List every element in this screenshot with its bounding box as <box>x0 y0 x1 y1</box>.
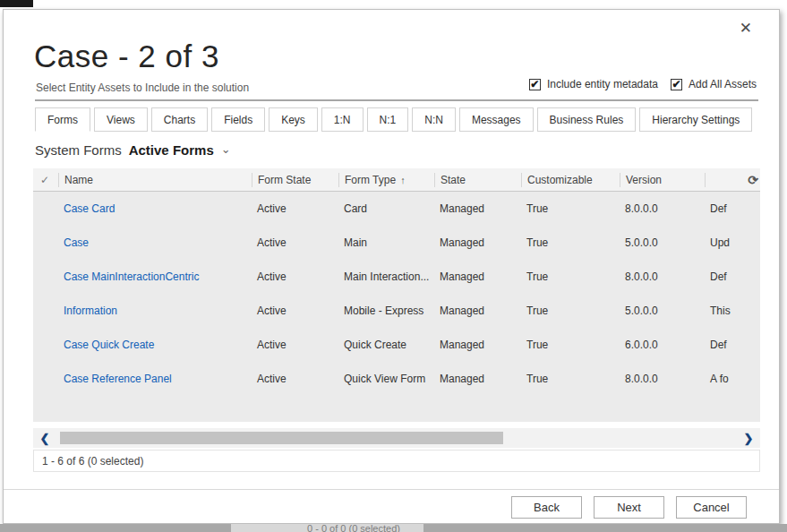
customizable-cell: True <box>521 305 620 317</box>
state-cell: Managed <box>434 339 521 351</box>
form-name-link[interactable]: Case Quick Create <box>58 339 252 351</box>
table-row[interactable]: Case Quick Create Active Quick Create Ma… <box>33 328 760 362</box>
column-header-name[interactable]: Name <box>58 173 252 187</box>
form-state-cell: Active <box>252 202 338 215</box>
description-cell: Def <box>705 339 760 351</box>
column-header-form-state[interactable]: Form State <box>252 173 338 187</box>
form-name-link[interactable]: Case Card <box>58 202 252 215</box>
page-title: Case - 2 of 3 <box>34 39 219 74</box>
form-type-cell: Quick View Form <box>338 373 434 385</box>
tab-charts[interactable]: Charts <box>151 107 208 132</box>
form-type-cell: Main <box>338 236 434 249</box>
form-name-link[interactable]: Case MainInteractionCentric <box>58 270 252 283</box>
background-navbar-fragment <box>0 0 33 7</box>
form-name-link[interactable]: Case Reference Panel <box>58 373 252 385</box>
form-state-cell: Active <box>252 236 338 249</box>
column-header-form-type[interactable]: Form Type↑ <box>338 173 434 187</box>
version-cell: 8.0.0.0 <box>620 202 705 215</box>
view-selector[interactable]: Active Forms <box>129 142 214 158</box>
select-all-check-icon[interactable]: ✓ <box>33 173 58 187</box>
checkbox-checked-icon[interactable]: ✔ <box>529 79 541 90</box>
table-row[interactable]: Case MainInteractionCentric Active Main … <box>33 260 760 294</box>
tab-n1[interactable]: N:1 <box>367 107 409 132</box>
grid-header: ✓ Name Form State Form Type↑ State Custo… <box>33 168 760 192</box>
description-cell: This <box>705 305 760 317</box>
scroll-left-icon[interactable]: ❮ <box>33 432 56 445</box>
description-cell: Upd <box>705 236 760 249</box>
version-cell: 5.0.0.0 <box>620 236 705 249</box>
chevron-down-icon[interactable]: ⌄ <box>221 142 231 156</box>
customizable-cell: True <box>521 236 620 249</box>
state-cell: Managed <box>434 236 521 249</box>
sort-ascending-icon: ↑ <box>400 175 406 185</box>
header-options: ✔ Include entity metadata ✔ Add All Asse… <box>529 78 757 90</box>
tab-messages[interactable]: Messages <box>459 107 534 132</box>
description-cell: A fo <box>705 373 760 385</box>
state-cell: Managed <box>434 373 521 385</box>
background-page-fragment: 0 - 0 of 0 (0 selected) <box>0 524 787 532</box>
column-header-description: ⟳ <box>705 173 760 187</box>
background-status-fragment: 0 - 0 of 0 (0 selected) <box>231 524 423 532</box>
description-cell: Def <box>705 202 760 215</box>
version-cell: 8.0.0.0 <box>620 373 705 385</box>
tab-nn[interactable]: N:N <box>412 107 456 132</box>
select-entity-assets-dialog: ✕ Case - 2 of 3 Select Entity Assets to … <box>3 9 780 524</box>
tab-hierarchy-settings[interactable]: Hierarchy Settings <box>639 107 752 132</box>
column-header-customizable[interactable]: Customizable <box>521 173 620 187</box>
customizable-cell: True <box>521 373 620 385</box>
background-status-text: 0 - 0 of 0 (0 selected) <box>307 524 400 532</box>
add-all-assets-label: Add All Assets <box>689 78 757 90</box>
table-row[interactable]: Case Active Main Managed True 5.0.0.0 Up… <box>33 226 760 260</box>
customizable-cell: True <box>521 270 620 283</box>
form-state-cell: Active <box>252 339 338 351</box>
tab-fields[interactable]: Fields <box>211 107 265 132</box>
customizable-cell: True <box>521 339 620 351</box>
asset-type-tabs: Forms Views Charts Fields Keys 1:N N:1 N… <box>35 107 752 132</box>
form-type-cell: Main Interaction... <box>338 270 434 283</box>
form-state-cell: Active <box>252 373 338 385</box>
column-header-state[interactable]: State <box>434 173 521 187</box>
scroll-right-icon[interactable]: ❯ <box>737 432 760 445</box>
table-row[interactable]: Case Card Active Card Managed True 8.0.0… <box>33 192 760 226</box>
back-button[interactable]: Back <box>511 496 582 519</box>
page-subtitle: Select Entity Assets to Include in the s… <box>36 82 249 94</box>
close-icon[interactable]: ✕ <box>740 21 752 36</box>
state-cell: Managed <box>434 202 521 215</box>
description-cell: Def <box>705 270 760 283</box>
table-row[interactable]: Information Active Mobile - Express Mana… <box>33 294 760 328</box>
table-row[interactable]: Case Reference Panel Active Quick View F… <box>33 362 760 396</box>
version-cell: 5.0.0.0 <box>620 305 705 317</box>
forms-grid: ✓ Name Form State Form Type↑ State Custo… <box>33 168 760 422</box>
state-cell: Managed <box>434 305 521 317</box>
customizable-cell: True <box>521 202 620 215</box>
view-selector-row: System Forms Active Forms ⌄ <box>35 142 231 158</box>
refresh-icon[interactable]: ⟳ <box>748 173 758 187</box>
state-cell: Managed <box>434 270 521 283</box>
tab-keys[interactable]: Keys <box>269 107 318 132</box>
record-count-status: 1 - 6 of 6 (0 selected) <box>33 450 760 472</box>
tab-views[interactable]: Views <box>94 107 148 132</box>
tab-business-rules[interactable]: Business Rules <box>537 107 637 132</box>
checkbox-checked-icon[interactable]: ✔ <box>671 79 682 90</box>
version-cell: 6.0.0.0 <box>620 339 705 351</box>
scrollbar-thumb[interactable] <box>60 432 503 444</box>
header-divider <box>35 99 758 101</box>
form-name-link[interactable]: Case <box>58 236 252 249</box>
footer-divider <box>4 489 779 490</box>
tab-1n[interactable]: 1:N <box>321 107 364 132</box>
include-entity-metadata-checkbox[interactable]: ✔ Include entity metadata <box>529 78 658 90</box>
form-name-link[interactable]: Information <box>58 305 252 317</box>
cancel-button[interactable]: Cancel <box>676 496 747 519</box>
form-state-cell: Active <box>252 305 338 317</box>
form-type-cell: Card <box>338 202 434 215</box>
next-button[interactable]: Next <box>594 496 664 519</box>
group-label: System Forms <box>35 142 122 158</box>
scrollbar-track[interactable] <box>56 432 737 444</box>
tab-forms[interactable]: Forms <box>35 107 90 132</box>
form-type-cell: Quick Create <box>338 339 434 351</box>
form-state-cell: Active <box>252 270 338 283</box>
add-all-assets-checkbox[interactable]: ✔ Add All Assets <box>671 78 757 90</box>
column-header-version[interactable]: Version <box>620 173 705 187</box>
footer-buttons: Back Next Cancel <box>511 496 747 519</box>
horizontal-scrollbar[interactable]: ❮ ❯ <box>33 428 760 448</box>
